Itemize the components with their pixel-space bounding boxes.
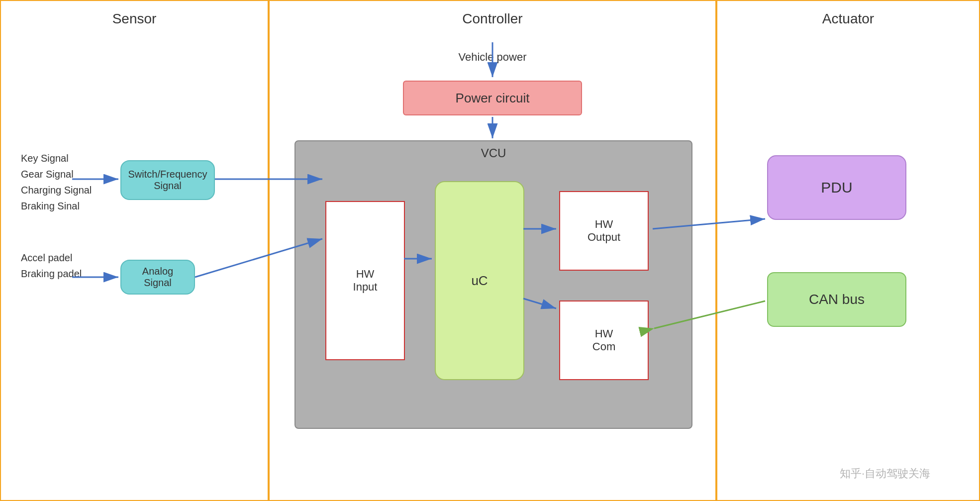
controller-title: Controller — [462, 11, 522, 27]
hw-com-label: HWCom — [592, 327, 615, 353]
hw-com-box: HWCom — [559, 301, 649, 380]
switch-frequency-box: Switch/FrequencySignal — [120, 160, 215, 200]
uc-label: uC — [471, 273, 488, 289]
accel-padel-label: Accel padel — [21, 250, 82, 266]
vehicle-power-label: Vehicle power — [459, 51, 527, 64]
hw-input-box: HWInput — [325, 201, 405, 360]
actuator-column: Actuator PDU CAN bus — [716, 0, 980, 501]
hw-input-label: HWInput — [353, 268, 378, 294]
can-bus-label: CAN bus — [809, 292, 865, 307]
sensor-column: Sensor Key Signal Gear Signal Charging S… — [0, 0, 269, 501]
sensor-signal-group1: Key Signal Gear Signal Charging Signal B… — [21, 150, 92, 214]
pdu-label: PDU — [821, 179, 852, 196]
analog-signal-box: AnalogSignal — [120, 260, 195, 295]
key-signal-label: Key Signal — [21, 150, 92, 166]
pdu-box: PDU — [767, 155, 906, 220]
analog-signal-label: AnalogSignal — [142, 266, 173, 289]
switch-frequency-label: Switch/FrequencySignal — [128, 169, 207, 192]
vcu-box: VCU HWInput uC HWOutput HWCom — [294, 140, 692, 429]
braking-padel-label: Braking padel — [21, 266, 82, 282]
power-circuit-label: Power circuit — [456, 91, 530, 106]
can-bus-box: CAN bus — [767, 272, 906, 327]
power-circuit-box: Power circuit — [403, 81, 582, 115]
charging-signal-label: Charging Signal — [21, 182, 92, 198]
sensor-title: Sensor — [112, 11, 157, 27]
uc-box: uC — [435, 181, 524, 380]
gear-signal-label: Gear Signal — [21, 166, 92, 182]
vcu-label: VCU — [481, 146, 506, 160]
diagram-container: Sensor Key Signal Gear Signal Charging S… — [0, 0, 980, 501]
sensor-signal-group2: Accel padel Braking padel — [21, 250, 82, 282]
hw-output-label: HWOutput — [588, 218, 620, 244]
watermark: 知乎·自动驾驶关海 — [840, 466, 930, 481]
hw-output-box: HWOutput — [559, 191, 649, 271]
actuator-title: Actuator — [822, 11, 874, 27]
braking-sinal-label: Braking Sinal — [21, 198, 92, 214]
controller-column: Controller Vehicle power Power circuit V… — [269, 0, 716, 501]
